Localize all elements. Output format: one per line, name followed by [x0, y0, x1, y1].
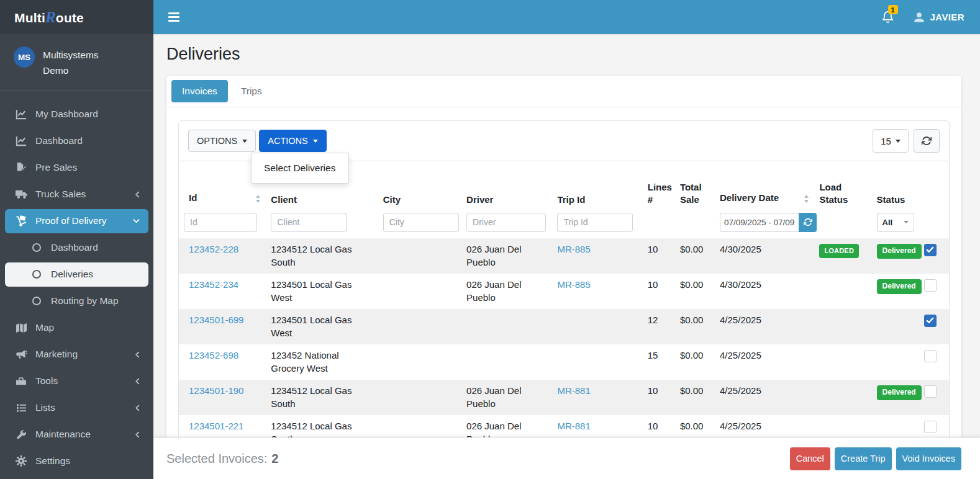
table-row: 123452-2281234512 Local Gas South026 Jua… — [179, 238, 949, 274]
refresh-button[interactable] — [914, 129, 940, 153]
sidebar-item-settings[interactable]: Settings — [5, 449, 148, 473]
sidebar-item-truck-sales[interactable]: Truck Sales — [5, 182, 148, 207]
cell-client: 1234501 Local Gas West — [266, 309, 378, 344]
row-checkbox[interactable] — [924, 421, 937, 433]
col-total-sale[interactable]: Total Sale — [675, 161, 715, 213]
cell-trip-id: MR-885 — [552, 274, 642, 309]
invoice-id-link[interactable]: 123452-228 — [189, 244, 238, 254]
wrench-icon — [14, 429, 28, 440]
sidebar-item-label: Maintenance — [35, 429, 91, 440]
col-status[interactable]: Status — [872, 161, 919, 213]
page-title: Deliveries — [166, 45, 961, 64]
sidebar-nav: My DashboardDashboardPre SalesTruck Sale… — [0, 101, 153, 475]
cell-delivery-date: 4/25/2025 — [715, 380, 814, 415]
trip-id-link[interactable]: MR-881 — [557, 421, 590, 431]
user-name: Multisystems Demo — [43, 47, 117, 79]
invoice-id-link[interactable]: 123452-698 — [189, 350, 238, 360]
cancel-button[interactable]: Cancel — [790, 447, 830, 470]
table-row: 1234501-6991234501 Local Gas West12$0.00… — [179, 309, 949, 344]
cell-client: 1234501 Local Gas West — [266, 274, 378, 309]
row-checkbox[interactable] — [924, 244, 937, 256]
toolbox-icon — [14, 376, 28, 386]
cell-id: 123452-234 — [179, 274, 266, 309]
invoice-id-link[interactable]: 123452-234 — [189, 279, 238, 290]
sidebar-item-label: Marketing — [35, 349, 78, 360]
trip-id-link[interactable]: MR-881 — [557, 385, 590, 396]
row-checkbox[interactable] — [924, 315, 937, 327]
col-city[interactable]: City — [378, 161, 461, 213]
sidebar-item-routing-by-map[interactable]: Routing by Map — [5, 289, 148, 313]
actions-button[interactable]: ACTIONS — [259, 130, 326, 152]
cell-trip-id: MR-885 — [552, 238, 642, 274]
col-trip-id[interactable]: Trip Id — [552, 161, 642, 213]
void-invoices-button[interactable]: Void Invoices — [896, 447, 961, 470]
cell-load-status: LOADED — [814, 238, 871, 274]
cell-load-status — [814, 344, 871, 380]
sidebar-item-tools[interactable]: Tools — [5, 369, 148, 393]
tab-trips[interactable]: Trips — [230, 80, 273, 102]
sidebar-item-dashboard[interactable]: Dashboard — [5, 129, 148, 153]
delivery-date-range-input[interactable] — [720, 213, 799, 232]
filter-driver-input[interactable] — [466, 213, 546, 232]
col-delivery-date[interactable]: Delivery Date — [715, 161, 814, 213]
sidebar-item-label: Deliveries — [51, 269, 93, 280]
filter-id-input[interactable] — [184, 213, 257, 232]
user-menu[interactable]: JAVIER — [913, 11, 964, 24]
selection-footer: Selected Invoices: 2 Cancel Create Trip … — [153, 437, 980, 479]
filter-trip-input[interactable] — [557, 213, 633, 232]
sidebar-item-label: Map — [35, 322, 54, 333]
invoice-id-link[interactable]: 1234501-190 — [189, 385, 243, 396]
filter-client-input[interactable] — [271, 213, 347, 232]
selected-invoices-label: Selected Invoices: — [166, 452, 267, 466]
cell-city — [378, 238, 461, 274]
chart-line-icon — [14, 109, 28, 120]
page-size-select[interactable]: 15 — [873, 129, 909, 153]
status-filter-select[interactable]: All — [877, 213, 914, 232]
chevron-left-icon — [135, 378, 140, 385]
sidebar-item-maintenance[interactable]: Maintenance — [5, 423, 148, 447]
file-signature-icon — [14, 162, 28, 173]
sidebar-item-label: Lists — [35, 402, 55, 413]
row-checkbox[interactable] — [924, 279, 937, 292]
sidebar-item-pre-sales[interactable]: Pre Sales — [5, 156, 148, 180]
cell-select — [919, 380, 949, 415]
col-driver[interactable]: Driver — [461, 161, 552, 213]
sidebar-item-map[interactable]: Map — [5, 316, 148, 340]
sidebar-item-label: Routing by Map — [51, 295, 119, 307]
sidebar: MultiRoute MS Multisystems Demo My Dashb… — [0, 0, 153, 479]
sidebar-item-dashboard[interactable]: Dashboard — [5, 236, 148, 260]
col-load-status[interactable]: Load Status — [814, 161, 871, 213]
cell-status — [872, 344, 919, 380]
row-checkbox[interactable] — [924, 385, 937, 398]
trip-id-link[interactable]: MR-885 — [557, 244, 590, 254]
trip-id-link[interactable]: MR-885 — [557, 279, 590, 290]
options-button[interactable]: OPTIONS — [188, 130, 256, 152]
cell-id: 123452-228 — [179, 238, 266, 274]
sidebar-item-lists[interactable]: Lists — [5, 396, 148, 420]
invoice-id-link[interactable]: 1234501-221 — [189, 421, 243, 431]
create-trip-button[interactable]: Create Trip — [835, 447, 892, 470]
cell-trip-id — [552, 344, 642, 380]
sidebar-item-my-dashboard[interactable]: My Dashboard — [5, 102, 148, 127]
filter-city-input[interactable] — [383, 213, 459, 232]
sidebar-item-deliveries[interactable]: Deliveries — [5, 262, 148, 287]
date-refresh-button[interactable] — [799, 213, 817, 232]
row-checkbox[interactable] — [924, 350, 937, 362]
invoice-id-link[interactable]: 1234501-699 — [189, 315, 243, 325]
caret-down-icon — [904, 221, 909, 223]
cell-city — [378, 344, 461, 380]
sidebar-item-proof-of-delivery[interactable]: Proof of Delivery — [5, 209, 148, 233]
deliveries-table: Id Client City Driver Trip Id Lines # To… — [179, 161, 949, 450]
tab-invoices[interactable]: Invoices — [171, 80, 228, 102]
sidebar-toggle-icon[interactable] — [168, 12, 179, 21]
tab-bar: Invoices Trips — [166, 76, 961, 107]
user-panel[interactable]: MS Multisystems Demo — [0, 34, 153, 90]
col-lines[interactable]: Lines # — [643, 161, 675, 213]
sidebar-item-marketing[interactable]: Marketing — [5, 342, 148, 367]
notifications-button[interactable]: 1 — [881, 11, 894, 24]
card-body: OPTIONS ACTIONS 15 Select Deliveries — [166, 107, 961, 464]
menu-item-select-deliveries[interactable]: Select Deliveries — [252, 158, 348, 178]
cell-client: 1234512 Local Gas South — [266, 380, 378, 415]
cell-status: Delivered — [872, 274, 919, 309]
brand-logo[interactable]: MultiRoute — [0, 0, 153, 34]
